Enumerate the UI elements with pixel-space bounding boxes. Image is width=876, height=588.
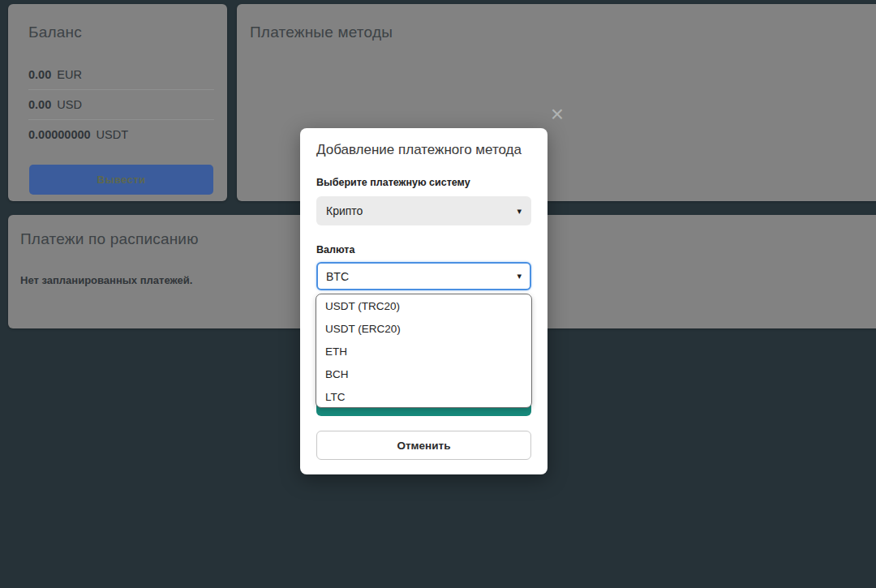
currency-label: Валюта: [316, 244, 354, 255]
balance-row-eur: 0.00EUR: [28, 60, 214, 90]
balance-card-title: Баланс: [28, 24, 82, 41]
payment-methods-title: Платежные методы: [250, 24, 393, 41]
caret-down-icon: ▾: [517, 272, 522, 281]
currency-select[interactable]: BTC ▾: [316, 262, 531, 290]
scheduled-payments-title: Платежи по расписанию: [20, 230, 199, 248]
close-icon[interactable]: ×: [548, 103, 567, 126]
balance-rows: 0.00EUR 0.00USD 0.00000000USDT: [28, 60, 214, 150]
balance-row-usdt: 0.00000000USDT: [28, 120, 214, 150]
scheduled-payments-empty-text: Нет запланированных платежей.: [20, 274, 192, 286]
balance-amount-usd: 0.00: [28, 98, 51, 111]
payment-system-select[interactable]: Крипто ▾: [316, 196, 531, 225]
add-payment-method-modal: Добавление платежного метода Выберите пл…: [300, 128, 548, 474]
balance-amount-usdt: 0.00000000: [28, 128, 91, 141]
payments-dashboard: Баланс 0.00EUR 0.00USD 0.00000000USDT Вы…: [0, 0, 876, 588]
currency-option-list: USDT (TRC20) USDT (ERC20) ETH BCH LTC: [316, 294, 532, 408]
currency-option-eth[interactable]: ETH: [316, 341, 531, 363]
caret-down-icon: ▾: [517, 207, 522, 216]
currency-option-usdt-erc20[interactable]: USDT (ERC20): [316, 318, 531, 341]
payment-system-value: Крипто: [326, 204, 363, 217]
currency-option-bch[interactable]: BCH: [316, 363, 531, 386]
withdraw-button[interactable]: Вывести: [29, 165, 213, 195]
currency-option-ltc[interactable]: LTC: [316, 386, 531, 408]
balance-row-usd: 0.00USD: [28, 90, 214, 120]
cancel-button[interactable]: Отменить: [316, 431, 531, 460]
balance-currency-usd: USD: [57, 98, 82, 111]
balance-currency-eur: EUR: [57, 68, 82, 81]
currency-option-usdt-trc20[interactable]: USDT (TRC20): [316, 295, 531, 318]
modal-title: Добавление платежного метода: [316, 142, 522, 158]
balance-card: Баланс 0.00EUR 0.00USD 0.00000000USDT Вы…: [8, 4, 227, 201]
balance-amount-eur: 0.00: [28, 68, 51, 81]
currency-value: BTC: [326, 270, 349, 283]
payment-system-label: Выберите платежную систему: [316, 177, 470, 188]
balance-currency-usdt: USDT: [97, 128, 128, 141]
